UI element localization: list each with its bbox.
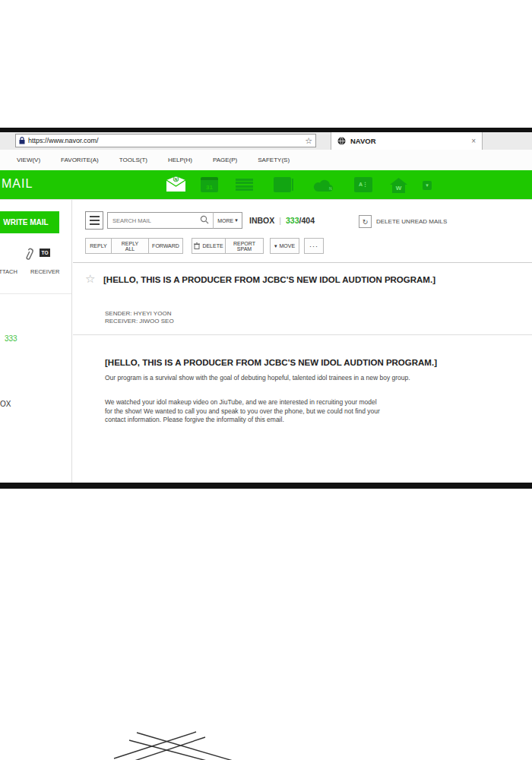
tab-close-icon[interactable]: × <box>471 137 476 145</box>
sidebar-folder-count[interactable]: 333 <box>5 334 17 343</box>
search-icon[interactable] <box>200 214 209 227</box>
menu-view[interactable]: VIEW(V) <box>17 157 40 163</box>
delete-button[interactable]: DELETE <box>192 238 226 254</box>
chevron-down-icon: ▾ <box>274 243 277 249</box>
message-top-border <box>73 262 532 263</box>
menu-tools[interactable]: TOOLS(T) <box>119 157 147 163</box>
menu-safety[interactable]: SAFETY(S) <box>258 157 290 163</box>
attach-label: ATTACH <box>0 268 17 275</box>
reply-button[interactable]: REPLY <box>85 238 112 254</box>
paperclip-icon[interactable] <box>23 247 35 265</box>
cloud-icon[interactable]: N <box>313 179 334 195</box>
inbox-separator: | <box>279 216 281 225</box>
total-count: /404 <box>299 216 315 225</box>
mail-list-menu-button[interactable] <box>85 211 103 230</box>
reply-all-button[interactable]: REPLY ALL <box>111 238 149 254</box>
inbox-status: INBOX | 333/404 <box>249 216 315 225</box>
unread-count: 333 <box>286 216 299 225</box>
chevron-down-icon: ▾ <box>235 217 238 223</box>
sidebar-quick-actions: ATTACH TO RECEIVER <box>0 247 71 277</box>
browser-menu-bar: VIEW(V) FAVORITE(A) TOOLS(T) HELP(H) PAG… <box>0 150 532 170</box>
tab-title: NAVOR <box>350 137 471 145</box>
mail-service-title: MAIL <box>2 177 33 191</box>
message-body-heading: [HELLO, THIS IS A PRODUCER FROM JCBC'S N… <box>105 358 523 367</box>
favorite-star-icon[interactable]: ☆ <box>305 136 312 146</box>
home-icon[interactable]: W <box>389 177 408 194</box>
refresh-icon: ↻ <box>359 215 372 228</box>
inbox-label[interactable]: INBOX <box>249 216 274 225</box>
message-body-paragraph-2: We watched your idol makeup video on Jiu… <box>105 398 519 425</box>
webtoon-panel-mail-screenshot: { "browser": { "url": "https://www.navor… <box>0 0 532 760</box>
sidebar-folder-label-partial[interactable]: OX <box>0 400 11 408</box>
svg-text:N: N <box>175 177 178 182</box>
to-badge-icon[interactable]: TO <box>40 249 50 257</box>
sidebar-divider <box>71 200 72 483</box>
more-actions-button[interactable]: ··· <box>304 238 324 254</box>
calendar-icon[interactable]: 31 <box>201 177 218 192</box>
mail-service-header <box>0 170 532 199</box>
lock-icon <box>19 134 25 147</box>
receiver-label: RECEIVER <box>30 268 59 275</box>
mail-envelope-icon[interactable]: N <box>166 176 186 195</box>
report-spam-button[interactable]: REPORT SPAM <box>225 238 264 254</box>
forward-button[interactable]: FORWARD <box>148 238 183 254</box>
svg-text:N: N <box>329 186 332 191</box>
sidebar-section-divider <box>0 293 71 294</box>
message-subject[interactable]: [HELLO, THIS IS A PRODUCER FROM JCBC'S N… <box>103 275 521 284</box>
move-button[interactable]: ▾ MOVE <box>270 238 299 254</box>
delete-unread-label: DELETE UNREAD MAILS <box>376 218 447 225</box>
delete-unread-mails-button[interactable]: ↻ DELETE UNREAD MAILS <box>359 215 447 228</box>
message-body-paragraph-1: Our program is a survival show with the … <box>105 374 519 382</box>
more-apps-icon[interactable]: ▾ <box>423 181 432 190</box>
dictionary-icon[interactable]: A⋮ <box>354 177 372 192</box>
menu-help[interactable]: HELP(H) <box>168 157 192 163</box>
menu-page[interactable]: PAGE(P) <box>213 157 237 163</box>
contacts-book-icon[interactable] <box>274 177 291 192</box>
globe-icon <box>337 135 346 148</box>
search-box <box>107 212 214 229</box>
address-bar[interactable]: https://www.navor.com/ ☆ <box>15 134 316 147</box>
search-more-button[interactable]: MORE▾ <box>213 212 242 229</box>
star-icon[interactable]: ☆ <box>85 272 95 286</box>
message-meta-divider <box>73 334 532 335</box>
sketch-lines-art <box>84 722 258 760</box>
browser-tab[interactable]: NAVOR × <box>331 132 483 150</box>
write-mail-button[interactable]: WRITE MAIL <box>0 211 59 233</box>
header-divider <box>0 199 532 200</box>
svg-text:W: W <box>396 185 402 192</box>
message-meta: SENDER: HYEYI YOON RECEIVER: JIWOO SEO <box>105 310 174 325</box>
list-icon[interactable] <box>236 177 253 192</box>
url-text[interactable]: https://www.navor.com/ <box>28 137 305 144</box>
search-input[interactable] <box>108 217 200 224</box>
panel-bottom-border <box>0 483 532 489</box>
menu-favorite[interactable]: FAVORITE(A) <box>61 157 99 163</box>
trash-icon <box>194 242 200 250</box>
